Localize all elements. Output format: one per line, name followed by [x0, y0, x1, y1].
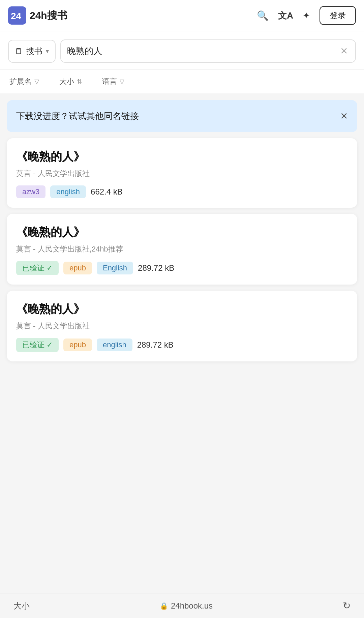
- clear-icon: ✕: [340, 46, 348, 56]
- filter-language[interactable]: 语言 ▽: [102, 77, 124, 87]
- search-type-button[interactable]: 🗒 搜书 ▾: [8, 40, 56, 63]
- logo-area: 24 24h搜书: [8, 6, 257, 25]
- translate-icon: 文A: [278, 10, 293, 22]
- close-icon: ✕: [340, 111, 348, 121]
- header-icons: 🔍 文A ✦ 登录: [257, 6, 356, 25]
- book-meta-1: 莫言 - 人民文学出版社: [16, 169, 348, 179]
- clear-search-button[interactable]: ✕: [339, 46, 349, 57]
- theme-icon: ✦: [303, 10, 310, 21]
- search-area: 🗒 搜书 ▾ ✕: [0, 31, 364, 69]
- book-title-1: 《晚熟的人》: [16, 149, 348, 165]
- theme-icon-button[interactable]: ✦: [303, 10, 310, 21]
- check-label-3: 已验证: [22, 340, 44, 350]
- search-input-wrap: ✕: [60, 39, 356, 63]
- search-icon: 🔍: [257, 10, 269, 21]
- filter-extension-icon: ▽: [34, 78, 39, 85]
- domain-text: 24hbook.us: [171, 601, 213, 611]
- translate-icon-button[interactable]: 文A: [278, 10, 293, 22]
- sort-icon: ⇅: [77, 78, 82, 85]
- tag-epub-2: epub: [63, 262, 92, 274]
- tag-english-1: english: [50, 185, 86, 198]
- notice-text: 下载没进度？试试其他同名链接: [16, 110, 139, 122]
- tag-english-2: English: [97, 262, 133, 274]
- reload-icon: ↻: [343, 600, 351, 611]
- file-size-3: 289.72 kB: [137, 340, 174, 350]
- book-card-2[interactable]: 《晚熟的人》 莫言 - 人民文学出版社,24hb推荐 已验证 ✓ epub En…: [7, 214, 357, 285]
- bottom-size-label: 大小: [13, 600, 30, 611]
- check-mark-3: ✓: [47, 341, 53, 349]
- search-type-icon: 🗒: [15, 47, 23, 56]
- logo-text: 24h搜书: [30, 9, 67, 23]
- book-tags-1: azw3 english 662.4 kB: [16, 185, 348, 198]
- book-meta-2: 莫言 - 人民文学出版社,24hb推荐: [16, 244, 348, 254]
- filter-size[interactable]: 大小 ⇅: [59, 77, 82, 87]
- book-card-3[interactable]: 《晚熟的人》 莫言 - 人民文学出版社 已验证 ✓ epub english 2…: [7, 291, 357, 361]
- check-mark-2: ✓: [47, 264, 53, 272]
- book-title-3: 《晚熟的人》: [16, 301, 348, 317]
- login-button[interactable]: 登录: [320, 6, 356, 25]
- filter-language-icon: ▽: [120, 78, 124, 85]
- tag-azw3: azw3: [16, 185, 46, 198]
- bottom-bar: 大小 🔒 24hbook.us ↻: [0, 593, 364, 618]
- notice-banner: 下载没进度？试试其他同名链接 ✕: [7, 100, 357, 132]
- logo-icon: 24: [8, 6, 26, 25]
- book-title-2: 《晚熟的人》: [16, 225, 348, 240]
- bottom-domain: 🔒 24hbook.us: [160, 601, 213, 611]
- filter-extension[interactable]: 扩展名 ▽: [9, 77, 39, 87]
- book-tags-2: 已验证 ✓ epub English 289.72 kB: [16, 261, 348, 275]
- search-input[interactable]: [67, 46, 339, 56]
- lock-icon: 🔒: [160, 602, 168, 610]
- search-icon-button[interactable]: 🔍: [257, 10, 269, 21]
- notice-close-button[interactable]: ✕: [340, 111, 348, 122]
- dropdown-icon: ▾: [46, 48, 49, 55]
- book-card-1[interactable]: 《晚熟的人》 莫言 - 人民文学出版社 azw3 english 662.4 k…: [7, 138, 357, 208]
- tag-verified-3: 已验证 ✓: [16, 338, 59, 352]
- tag-english-3: english: [97, 339, 132, 351]
- svg-text:24: 24: [11, 11, 22, 21]
- book-meta-3: 莫言 - 人民文学出版社: [16, 321, 348, 331]
- reload-button[interactable]: ↻: [343, 600, 351, 611]
- filter-language-label: 语言: [102, 77, 117, 87]
- tag-epub-3: epub: [63, 339, 92, 351]
- filter-row: 扩展名 ▽ 大小 ⇅ 语言 ▽: [0, 69, 364, 93]
- tag-verified-2: 已验证 ✓: [16, 261, 59, 275]
- filter-size-label: 大小: [59, 77, 74, 87]
- header: 24 24h搜书 🔍 文A ✦ 登录: [0, 0, 364, 31]
- search-type-label: 搜书: [26, 46, 42, 57]
- check-icon-2: 已验证: [22, 263, 44, 273]
- main-content: 下载没进度？试试其他同名链接 ✕ 《晚熟的人》 莫言 - 人民文学出版社 azw…: [0, 93, 364, 395]
- file-size-2: 289.72 kB: [138, 263, 174, 273]
- filter-extension-label: 扩展名: [9, 77, 32, 87]
- book-tags-3: 已验证 ✓ epub english 289.72 kB: [16, 338, 348, 352]
- file-size-1: 662.4 kB: [91, 187, 123, 197]
